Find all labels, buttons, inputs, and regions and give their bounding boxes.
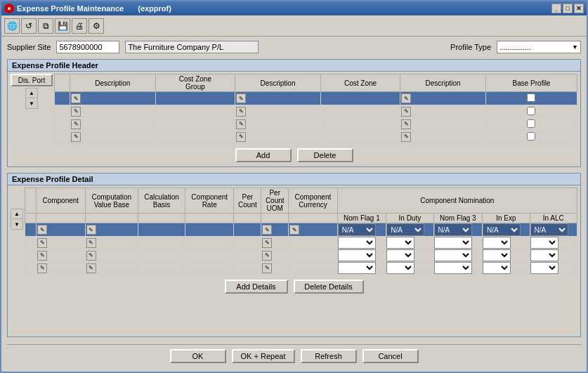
ok-repeat-button[interactable]: OK + Repeat: [232, 349, 295, 363]
supplier-site-input[interactable]: [56, 41, 119, 53]
maximize-button[interactable]: □: [563, 4, 573, 13]
detail-row2-edit2[interactable]: ✎: [86, 238, 96, 248]
header-add-button[interactable]: Add: [235, 148, 292, 162]
header-row4-edit2[interactable]: ✎: [236, 132, 246, 142]
header-row3-col6: ✎: [400, 118, 486, 131]
copy-icon-button[interactable]: ⧉: [38, 18, 53, 34]
header-row4-edit3[interactable]: ✎: [401, 132, 411, 142]
detail-row4-edit2[interactable]: ✎: [86, 263, 96, 273]
detail-row4-rate: [185, 262, 234, 275]
header-row1-col6: ✎: [400, 92, 486, 105]
detail-row4-nom-flag3[interactable]: [434, 262, 472, 274]
print-icon-button[interactable]: 🖨: [72, 18, 87, 34]
header-row3-indicator: [55, 118, 70, 131]
detail-row1-per: [234, 223, 261, 237]
detail-row1-edit4[interactable]: ✎: [289, 225, 299, 235]
detail-scroll-up[interactable]: ▲: [11, 209, 22, 219]
detail-row3-edit1[interactable]: ✎: [37, 251, 47, 261]
scroll-up-button[interactable]: ▲: [26, 89, 37, 98]
detail-row2-edit3[interactable]: ✎: [262, 238, 272, 248]
delete-details-button[interactable]: Delete Details: [294, 280, 364, 294]
detail-col-component: Component: [37, 188, 86, 214]
header-table-container: Description Cost ZoneGroup Description C…: [54, 74, 577, 143]
supplier-site-label: Supplier Site: [7, 43, 51, 51]
detail-row2-nom-flag1[interactable]: N/A: [338, 237, 376, 249]
detail-row4-nom-flag1[interactable]: [338, 262, 376, 274]
detail-scroll-down[interactable]: ▼: [11, 219, 22, 229]
detail-row1-edit2[interactable]: ✎: [86, 225, 96, 235]
header-row1-edit3[interactable]: ✎: [401, 93, 411, 103]
minimize-button[interactable]: _: [551, 4, 561, 13]
detail-row4-edit3[interactable]: ✎: [262, 263, 272, 273]
detail-row1-edit3[interactable]: ✎: [262, 225, 272, 235]
detail-row3-edit2[interactable]: ✎: [86, 251, 96, 261]
detail-row3-comp-val: ✎: [85, 249, 138, 262]
ok-button[interactable]: OK: [170, 349, 226, 363]
detail-row1-edit1[interactable]: ✎: [37, 225, 47, 235]
profile-type-arrow: ▼: [572, 44, 578, 51]
detail-row2-edit1[interactable]: ✎: [37, 238, 47, 248]
detail-row4-in-alc[interactable]: [530, 262, 558, 274]
header-row4-checkbox: [485, 131, 577, 143]
detail-row1-nom-flag1-select[interactable]: N/AFlag 1Flag 2: [338, 223, 376, 236]
detail-row3-nom1: [337, 249, 386, 262]
header-row1-edit2[interactable]: ✎: [236, 93, 246, 103]
detail-row3-per: [234, 249, 261, 262]
header-row1-base-profile-check[interactable]: [527, 93, 535, 102]
detail-row2-in-alc[interactable]: [530, 237, 558, 249]
detail-row4-in-duty[interactable]: [386, 262, 414, 274]
globe-icon-button[interactable]: 🌐: [4, 18, 20, 34]
detail-table-area: ▲ ▼ Component ComputationValue Base: [11, 188, 577, 275]
header-row2-edit1[interactable]: ✎: [71, 107, 81, 117]
header-row2-base-profile-check[interactable]: [527, 107, 535, 115]
detail-row3-in-alc[interactable]: [530, 249, 558, 261]
header-delete-button[interactable]: Delete: [297, 148, 353, 162]
detail-col-in-duty: In Duty: [386, 214, 433, 223]
scroll-down-button[interactable]: ▼: [26, 98, 37, 108]
detail-row3-in-duty[interactable]: [386, 249, 414, 261]
header-row3-base-profile-check[interactable]: [527, 119, 535, 128]
cancel-button[interactable]: Cancel: [362, 349, 419, 363]
detail-row2-in-exp[interactable]: [483, 237, 511, 249]
add-details-button[interactable]: Add Details: [225, 280, 288, 294]
detail-row3-exp: [483, 249, 530, 262]
disp-port-button[interactable]: Dis. Port: [11, 74, 53, 86]
refresh-icon-button[interactable]: ↺: [21, 18, 37, 34]
detail-row1-in-alc-select[interactable]: N/AYes: [530, 223, 568, 236]
bottom-buttons: OK OK + Repeat Refresh Cancel: [7, 344, 581, 367]
header-row1-edit1[interactable]: ✎: [71, 93, 81, 103]
detail-row4-currency: [289, 262, 338, 275]
header-row3-edit2[interactable]: ✎: [236, 119, 246, 129]
header-row4-edit1[interactable]: ✎: [71, 132, 81, 142]
header-row2-edit3[interactable]: ✎: [401, 107, 411, 117]
detail-row-2: ✎ ✎ ✎: [25, 237, 577, 249]
detail-row2-per-uom: ✎: [261, 237, 289, 249]
settings-icon-button[interactable]: ⚙: [89, 18, 104, 34]
header-row4-base-profile-check[interactable]: [527, 132, 535, 140]
detail-row2-in-duty[interactable]: [386, 237, 414, 249]
detail-row1-nom-flag3-select[interactable]: N/AFlag 3: [434, 223, 472, 236]
detail-row4-in-exp[interactable]: [483, 262, 511, 274]
detail-row4-edit1[interactable]: ✎: [37, 263, 47, 273]
detail-row3-in-exp[interactable]: [483, 249, 511, 261]
profile-type-dropdown[interactable]: ................ ▼: [497, 41, 581, 53]
header-row-1: ✎ ✎: [55, 92, 577, 105]
detail-row3-nom-flag1[interactable]: [338, 249, 376, 261]
detail-row3-nom-flag3[interactable]: [434, 249, 472, 261]
detail-row2-calc: [138, 237, 185, 249]
detail-row3-edit3[interactable]: ✎: [262, 251, 272, 261]
close-button[interactable]: ✕: [574, 4, 584, 13]
header-table: Description Cost ZoneGroup Description C…: [54, 74, 577, 143]
header-row3-edit3[interactable]: ✎: [401, 119, 411, 129]
header-row3-edit1[interactable]: ✎: [71, 119, 81, 129]
header-row2-edit2[interactable]: ✎: [236, 107, 246, 117]
detail-row1-in-duty-select[interactable]: N/AYesNo: [386, 223, 424, 236]
header-row4-col4: ✎: [235, 131, 321, 143]
save-icon-button[interactable]: 💾: [55, 18, 70, 34]
refresh-button[interactable]: Refresh: [301, 349, 357, 363]
detail-row2-nom-flag3[interactable]: [434, 237, 472, 249]
detail-row1-in-exp-select[interactable]: N/AYes: [483, 223, 521, 236]
form-row: Supplier Site Profile Type .............…: [7, 41, 581, 53]
title-bar-left: ● Expense Profile Maintenance (expprof): [4, 4, 171, 13]
detail-col-comp-currency: ComponentCurrency: [289, 188, 338, 214]
